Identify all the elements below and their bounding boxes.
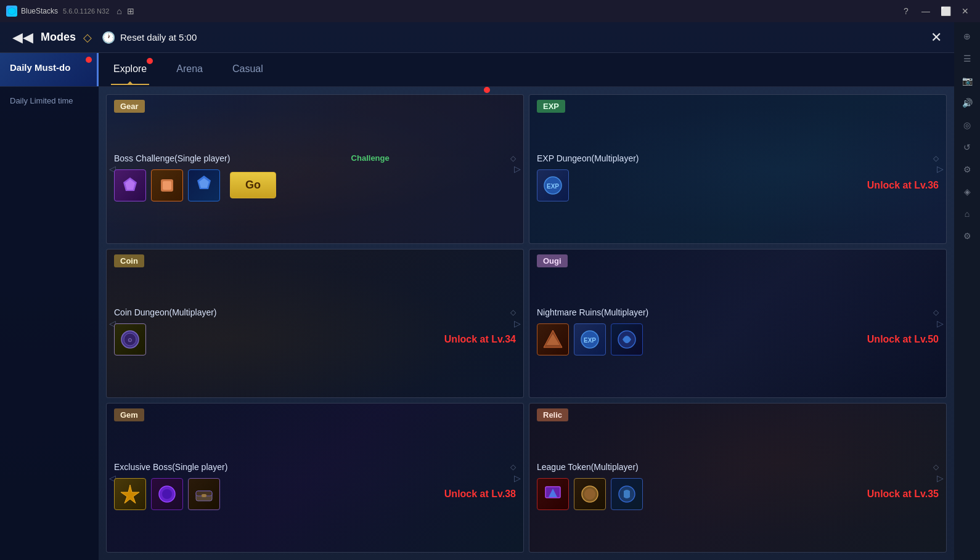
gem-dungeon-title-row: Exclusive Boss(Single player) ◇ [114,462,516,472]
tab-explore[interactable]: Explore [111,54,149,85]
relic-dungeon-title: League Token(Multiplayer) [537,462,639,472]
gear-items-row: Go [114,169,516,201]
exp-category-label: EXP [537,100,565,113]
coin-dungeon-title: Coin Dungeon(Multiplayer) [114,307,217,317]
ougi-item-3 [611,323,643,355]
relic-nav-diamond: ◇ [933,463,939,471]
sidebar-icon-5[interactable]: ◎ [958,116,976,134]
reset-text: Reset daily at 5:00 [120,32,197,43]
card-exp: EXP EXP Dungeon(Multiplayer) ◇ EXP Unloc… [529,94,947,244]
bluestacks-logo [6,6,17,17]
gem-category-label: Gem [114,408,144,421]
ougi-card-header: Ougi [529,250,946,272]
exp-items-row: EXP Unlock at Lv.36 [537,169,939,201]
coin-nav-diamond: ◇ [510,308,516,317]
gear-item-3 [188,169,220,201]
gem-card-header: Gem [107,404,523,426]
svg-text:⊙: ⊙ [128,337,133,343]
sidebar-icon-7[interactable]: ⚙ [958,160,976,179]
gear-section-dot [484,87,490,93]
window-controls: ? — ⬜ ✕ [897,2,974,20]
ougi-dungeon-title: Nightmare Ruins(Multiplayer) [537,307,648,317]
right-sidebar: ⊕ ☰ 📷 🔊 ◎ ↺ ⚙ ◈ ⌂ ⚙ [954,22,980,560]
coin-items-row: ⊙ Unlock at Lv.34 [114,323,516,355]
tabs-area: Explore Arena Casual [99,53,954,86]
sidebar-item-daily-mustdo[interactable]: Daily Must-do [0,53,99,86]
back-button[interactable]: ◀◀ [12,30,33,46]
ougi-item-1 [537,323,569,355]
svg-marker-0 [8,7,15,15]
gear-card-body: Boss Challenge(Single player) Challenge … [107,118,523,243]
gear-dungeon-title-row: Boss Challenge(Single player) Challenge … [114,153,516,163]
sidebar-icon-1[interactable]: ⊕ [958,27,976,46]
ougi-dungeon-title-row: Nightmare Ruins(Multiplayer) ◇ [537,307,939,317]
coin-card-header: Coin [107,250,523,272]
sidebar-icon-2[interactable]: ☰ [958,49,976,68]
daily-limited-label: Daily Limited time [10,95,89,107]
nav-diamond-icon: ◇ [83,31,92,44]
sidebar-item-daily-limited[interactable]: Daily Limited time [0,87,99,115]
gem-item-2 [151,478,183,510]
sub-nav: Daily Must-do Explore Arena Casual [0,53,954,87]
coin-unlock-text: Unlock at Lv.34 [444,334,516,345]
clock-icon: 🕐 [102,31,115,44]
tab-casual[interactable]: Casual [230,54,266,85]
gear-card-header: Gear [107,95,523,118]
coin-card-body: Coin Dungeon(Multiplayer) ◇ ⊙ Unlock at … [107,272,523,398]
svg-text:EXP: EXP [584,337,596,344]
gem-items-row: Unlock at Lv.38 [114,478,516,510]
sidebar-icon-3[interactable]: 📷 [958,71,976,90]
ougi-unlock-text: Unlock at Lv.50 [867,334,939,345]
content-area: ◀◀ Modes ◇ 🕐 Reset daily at 5:00 ✕ Daily… [0,22,954,560]
card-relic: Relic League Token(Multiplayer) ◇ [529,403,947,553]
card-gear: Gear Boss Challenge(Single player) Chall… [106,94,524,244]
tab-arena[interactable]: Arena [174,54,205,85]
exp-unlock-text: Unlock at Lv.36 [867,180,939,191]
relic-card-header: Relic [529,404,946,426]
card-coin: Coin Coin Dungeon(Multiplayer) ◇ ⊙ Unloc… [106,249,524,399]
relic-dungeon-title-row: League Token(Multiplayer) ◇ [537,462,939,472]
left-sidebar-content: Daily Limited time [0,87,99,560]
svg-point-26 [584,489,595,500]
svg-rect-4 [163,181,171,190]
top-nav: ◀◀ Modes ◇ 🕐 Reset daily at 5:00 ✕ [0,22,954,53]
home-icon[interactable]: ⌂ [116,6,121,16]
sidebar-icon-6[interactable]: ↺ [958,138,976,156]
card-ougi: Ougi Nightmare Ruins(Multiplayer) ◇ [529,249,947,399]
sidebar-icon-4[interactable]: 🔊 [958,94,976,112]
ougi-item-2: EXP [574,323,606,355]
sidebar-icon-8[interactable]: ◈ [958,182,976,201]
ougi-card-body: Nightmare Ruins(Multiplayer) ◇ EXP [529,272,946,398]
multi-instance-icon[interactable]: ⊞ [127,6,134,16]
ougi-category-label: Ougi [537,254,568,267]
modes-title: Modes [41,31,76,44]
gem-card-body: Exclusive Boss(Single player) ◇ [107,426,523,552]
exp-card-header: EXP [529,95,946,118]
ougi-nav-diamond: ◇ [933,308,939,317]
coin-category-label: Coin [114,254,144,267]
gem-item-3 [188,478,220,510]
gem-dungeon-title: Exclusive Boss(Single player) [114,462,227,472]
gem-unlock-text: Unlock at Lv.38 [444,489,516,500]
app-name: BlueStacks [21,7,58,15]
gear-go-button[interactable]: Go [230,172,276,198]
svg-rect-22 [202,494,206,497]
titlebar: BlueStacks 5.6.0.1126 N32 ⌂ ⊞ ? — ⬜ ✕ [0,0,980,22]
exp-dungeon-title-row: EXP Dungeon(Multiplayer) ◇ [537,153,939,163]
app-version: 5.6.0.1126 N32 [63,7,109,15]
nav-close-button[interactable]: ✕ [931,30,942,46]
minimize-button[interactable]: — [917,2,934,20]
sidebar-icon-9[interactable]: ⌂ [958,205,976,223]
restore-button[interactable]: ⬜ [937,2,954,20]
sidebar-icon-10[interactable]: ⚙ [958,227,976,245]
daily-mustdo-label: Daily Must-do [10,62,87,74]
relic-item-1 [537,478,569,510]
svg-text:EXP: EXP [547,183,559,190]
relic-category-label: Relic [537,408,568,421]
close-button[interactable]: ✕ [957,2,974,20]
main-layout: ⊕ ☰ 📷 🔊 ◎ ↺ ⚙ ◈ ⌂ ⚙ ◀◀ Modes ◇ 🕐 Reset d… [0,22,980,560]
help-button[interactable]: ? [897,2,915,20]
titlebar-icon-group: ⌂ ⊞ [116,6,134,16]
gem-item-1 [114,478,146,510]
gear-item-2 [151,169,183,201]
